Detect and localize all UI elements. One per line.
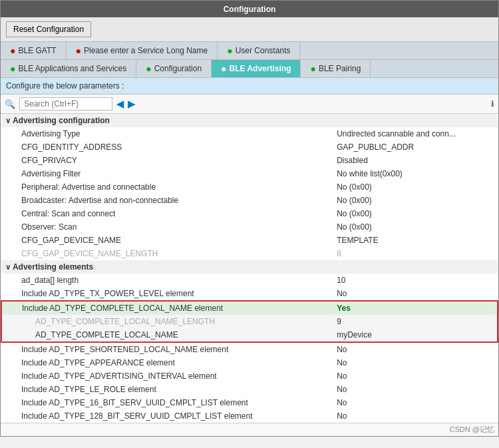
info-icon[interactable]: ℹ — [491, 99, 494, 109]
tab-dot-ble-advertising: ● — [221, 63, 226, 74]
param-value: No — [333, 383, 498, 396]
table-row: Include AD_TYPE_APPEARANCE element No — [1, 356, 498, 369]
param-value: No (0x00) — [333, 194, 498, 207]
table-row: Include AD_TYPE_SHORTENED_LOCAL_NAME ele… — [1, 342, 498, 356]
param-value: TEMPLATE — [333, 234, 498, 247]
tab-label-user-constants: User Constants — [236, 46, 291, 55]
tab-dot-ble-apps: ● — [10, 63, 15, 74]
param-label: Peripheral: Advertise and connectable — [1, 180, 333, 194]
table-row: Advertising Filter No white list(0x00) — [1, 167, 498, 180]
tab-dot-ble-gatt: ● — [10, 45, 15, 56]
param-value: No — [333, 287, 498, 301]
next-arrow-icon[interactable]: ▶ — [128, 99, 135, 109]
param-label: Include AD_TYPE_TX_POWER_LEVEL element — [1, 287, 333, 301]
chevron-down-icon: ∨ — [5, 116, 11, 124]
param-label: Include AD_TYPE_16_BIT_SERV_UUID_CMPLT_L… — [1, 396, 333, 409]
search-bar: 🔍 ◀ ▶ ℹ — [1, 95, 498, 114]
tab-ble-advertising[interactable]: ● BLE Advertising — [212, 60, 301, 77]
tab-ble-pairing[interactable]: ● BLE Pairing — [301, 60, 371, 77]
tab-dot-user-constants: ● — [227, 45, 232, 56]
reset-config-button[interactable]: Reset Configuration — [6, 21, 91, 37]
configure-label: Configure the below parameters : — [1, 78, 498, 95]
table-row-complete-local-name: Include AD_TYPE_COMPLETE_LOCAL_NAME elem… — [1, 301, 498, 315]
param-value: GAP_PUBLIC_ADDR — [333, 140, 498, 154]
tab-user-constants[interactable]: ● User Constants — [218, 42, 300, 59]
search-input[interactable] — [19, 97, 112, 111]
param-label: AD_TYPE_COMPLETE_LOCAL_NAME — [1, 328, 333, 342]
tab-dot-service-name: ● — [76, 45, 81, 56]
table-row: Central: Scan and connect No (0x00) — [1, 207, 498, 220]
table-row-complete-local-name-length: AD_TYPE_COMPLETE_LOCAL_NAME_LENGTH 9 — [1, 315, 498, 328]
chevron-down-icon: ∨ — [5, 263, 11, 271]
section-advertising-elements: ∨ Advertising elements — [1, 260, 498, 274]
table-row: CFG_GAP_DEVICE_NAME_LENGTH 8 — [1, 247, 498, 260]
tab-service-name[interactable]: ● Please enter a Service Long Name — [67, 42, 218, 59]
param-label: Include AD_TYPE_LE_ROLE element — [1, 383, 333, 396]
params-table: ∨ Advertising configuration Advertising … — [1, 114, 498, 423]
param-label: Include AD_TYPE_SHORTENED_LOCAL_NAME ele… — [1, 342, 333, 356]
table-row: Broadcaster: Advertise and non-connectab… — [1, 194, 498, 207]
param-value: No (0x00) — [333, 220, 498, 234]
param-value: Undirected scannable and conn... — [333, 127, 498, 140]
param-label: AD_TYPE_COMPLETE_LOCAL_NAME_LENGTH — [1, 315, 333, 328]
param-value: Yes — [333, 301, 498, 315]
param-value: No — [333, 409, 498, 423]
toolbar: Reset Configuration — [1, 17, 498, 42]
tab-label-ble-gatt: BLE GATT — [18, 46, 56, 55]
tab-ble-gatt[interactable]: ● BLE GATT — [1, 42, 67, 59]
table-row: Peripheral: Advertise and connectable No… — [1, 180, 498, 194]
table-row: Include AD_TYPE_ADVERTISING_INTERVAL ele… — [1, 369, 498, 383]
tabs-row-2: ● BLE Applications and Services ● Config… — [1, 60, 498, 78]
param-label: CFG_PRIVACY — [1, 154, 333, 167]
table-row: Include AD_TYPE_LE_ROLE element No — [1, 383, 498, 396]
title-bar: Configuration — [1, 1, 498, 17]
param-label: Central: Scan and connect — [1, 207, 333, 220]
param-value: No (0x00) — [333, 207, 498, 220]
watermark: CSDN @记忆 — [1, 423, 498, 436]
table-row: CFG_PRIVACY Disabled — [1, 154, 498, 167]
tab-label-configuration: Configuration — [154, 64, 202, 73]
param-label: Advertising Type — [1, 127, 333, 140]
main-window: Configuration Reset Configuration ● BLE … — [0, 0, 499, 437]
param-label: Include AD_TYPE_COMPLETE_LOCAL_NAME elem… — [1, 301, 333, 315]
param-label: Include AD_TYPE_128_BIT_SERV_UUID_CMPLT_… — [1, 409, 333, 423]
param-label: Include AD_TYPE_APPEARANCE element — [1, 356, 333, 369]
table-row: Advertising Type Undirected scannable an… — [1, 127, 498, 140]
param-value: No — [333, 356, 498, 369]
tab-label-ble-pairing: BLE Pairing — [319, 64, 361, 73]
search-icon: 🔍 — [5, 99, 15, 109]
table-row: CFG_GAP_DEVICE_NAME TEMPLATE — [1, 234, 498, 247]
table-row: Observer: Scan No (0x00) — [1, 220, 498, 234]
param-label: CFG_GAP_DEVICE_NAME — [1, 234, 333, 247]
tab-label-ble-advertising: BLE Advertising — [230, 64, 291, 73]
table-row: CFG_IDENTITY_ADDRESS GAP_PUBLIC_ADDR — [1, 140, 498, 154]
param-value: No — [333, 396, 498, 409]
prev-arrow-icon[interactable]: ◀ — [116, 99, 124, 109]
tab-configuration[interactable]: ● Configuration — [136, 60, 212, 77]
param-label: Broadcaster: Advertise and non-connectab… — [1, 194, 333, 207]
param-label: CFG_IDENTITY_ADDRESS — [1, 140, 333, 154]
tab-label-ble-apps: BLE Applications and Services — [18, 64, 126, 73]
param-label: Advertising Filter — [1, 167, 333, 180]
table-row: Include AD_TYPE_TX_POWER_LEVEL element N… — [1, 287, 498, 301]
window-title: Configuration — [224, 5, 276, 14]
param-label: Observer: Scan — [1, 220, 333, 234]
param-value: No (0x00) — [333, 180, 498, 194]
params-scroll-area[interactable]: ∨ Advertising configuration Advertising … — [1, 114, 498, 423]
param-value: No — [333, 369, 498, 383]
param-value: 10 — [333, 274, 498, 287]
table-row: Include AD_TYPE_128_BIT_SERV_UUID_CMPLT_… — [1, 409, 498, 423]
tabs-row-1: ● BLE GATT ● Please enter a Service Long… — [1, 42, 498, 60]
table-row: Include AD_TYPE_16_BIT_SERV_UUID_CMPLT_L… — [1, 396, 498, 409]
param-label: Include AD_TYPE_ADVERTISING_INTERVAL ele… — [1, 369, 333, 383]
tab-label-service-name: Please enter a Service Long Name — [84, 46, 208, 55]
param-value: Disabled — [333, 154, 498, 167]
tab-dot-ble-pairing: ● — [310, 63, 315, 74]
tab-ble-apps[interactable]: ● BLE Applications and Services — [1, 60, 136, 77]
section-advertising-config: ∨ Advertising configuration — [1, 114, 498, 127]
table-row: ad_data[] length 10 — [1, 274, 498, 287]
param-value: 9 — [333, 315, 498, 328]
param-value: No — [333, 342, 498, 356]
table-row-complete-local-name-value: AD_TYPE_COMPLETE_LOCAL_NAME myDevice — [1, 328, 498, 342]
param-value: No white list(0x00) — [333, 167, 498, 180]
